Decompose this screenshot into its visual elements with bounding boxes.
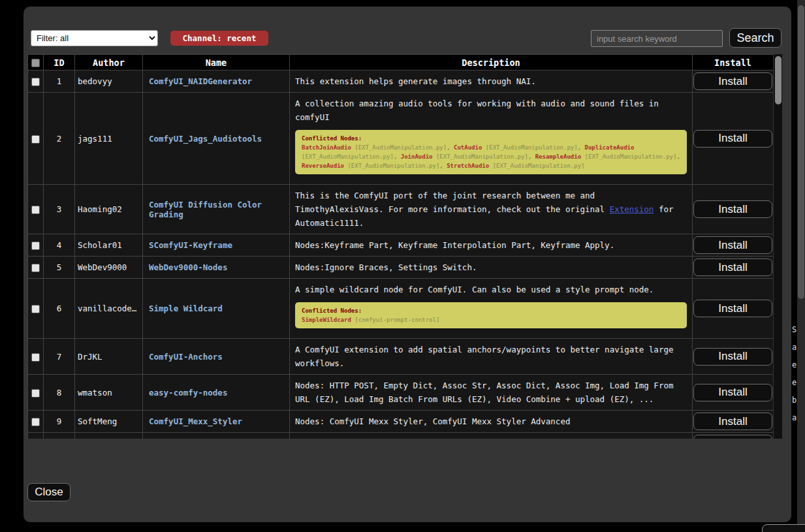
row-id: 6 <box>44 279 75 339</box>
row-checkbox[interactable] <box>31 264 40 272</box>
row-id: 2 <box>44 93 75 185</box>
conflict-node-pack: [EXT_AudioManipulation.py] <box>585 153 677 160</box>
table-row: 9SoftMengComfyUI_Mexx_StylerNodes: Comfy… <box>28 411 774 433</box>
conflict-node-pack: [EXT_AudioManipulation.py] <box>347 163 439 169</box>
conflict-node-name: CutAudio <box>454 144 482 151</box>
table-row: 5WebDev9000WebDev9000-NodesNodes:Ignore … <box>28 257 774 279</box>
extension-name-link[interactable]: ComfyUI Diffusion Color Grading <box>149 200 262 219</box>
conflict-title: Conflicted Nodes: <box>302 307 362 314</box>
background-partial-button <box>762 524 805 532</box>
row-author: DrJKL <box>75 339 143 375</box>
conflicted-nodes-warning: Conflicted Nodes:BatchJoinAudio [EXT_Aud… <box>295 130 687 174</box>
extension-name-link[interactable]: ComfyUI_NAIDGenerator <box>149 76 252 86</box>
install-button[interactable]: Install <box>693 435 772 439</box>
install-button[interactable]: Install <box>693 384 772 401</box>
table-header-row: ID Author Name Description Install <box>28 55 774 70</box>
clipped-glyph: S <box>792 325 798 343</box>
row-author: bedovyy <box>75 70 143 93</box>
table-row: 3Haoming02ComfyUI Diffusion Color Gradin… <box>28 185 774 234</box>
row-checkbox[interactable] <box>31 242 40 250</box>
row-description: Nodes: Yolov8Detection, Yolov8Segmentati… <box>290 433 693 439</box>
background-clipped-text: S a e e b a <box>792 325 798 431</box>
row-id: 8 <box>44 375 75 411</box>
row-author: WebDev9000 <box>75 257 143 279</box>
install-button[interactable]: Install <box>693 72 772 90</box>
clipped-glyph: a <box>792 413 798 431</box>
conflict-node-name: SimpleWildcard <box>302 317 351 323</box>
row-description: Nodes:Keyframe Part, Keyframe Interpolat… <box>290 234 693 257</box>
row-id: 1 <box>44 70 75 93</box>
row-id: 9 <box>44 411 75 433</box>
row-checkbox[interactable] <box>31 78 40 86</box>
install-button[interactable]: Install <box>693 130 772 148</box>
table-scrollbar[interactable] <box>773 54 782 439</box>
install-button[interactable]: Install <box>693 413 772 430</box>
extension-name-link[interactable]: SComfyUI-Keyframe <box>149 240 232 250</box>
filter-select[interactable]: Filter: all <box>31 30 158 46</box>
header-install: Install <box>693 55 774 70</box>
table-row: 2jags111ComfyUI_Jags_AudiotoolsA collect… <box>28 93 774 185</box>
row-id: 10 <box>44 433 75 439</box>
clipped-glyph: a <box>792 343 798 360</box>
conflict-node-name: DuplicateAudio <box>585 144 635 151</box>
install-button[interactable]: Install <box>693 348 772 366</box>
row-author: SoftMeng <box>75 411 143 433</box>
row-checkbox[interactable] <box>31 389 40 398</box>
conflict-node-name: ResampleAudio <box>535 153 581 160</box>
extension-name-link[interactable]: ComfyUI_Jags_Audiotools <box>149 134 262 144</box>
row-id: 3 <box>44 185 75 234</box>
search-input[interactable] <box>591 30 723 47</box>
row-checkbox[interactable] <box>31 353 40 362</box>
select-all-checkbox[interactable] <box>31 59 40 67</box>
row-description: Nodes: ComfyUI Mexx Styler, ComfyUI Mexx… <box>290 411 693 433</box>
close-button[interactable]: Close <box>27 483 71 501</box>
extension-name-link[interactable]: Simple Wildcard <box>149 304 223 313</box>
row-author: Haoming02 <box>75 185 143 234</box>
page-scrollbar[interactable] <box>797 0 805 532</box>
table-row: 4Scholar01SComfyUI-KeyframeNodes:Keyfram… <box>28 234 774 257</box>
header-description: Description <box>290 55 693 70</box>
row-author: zcfrank1st <box>75 433 143 439</box>
install-button[interactable]: Install <box>693 300 772 317</box>
extension-name-link[interactable]: ComfyUI-Anchors <box>149 352 223 362</box>
row-author: vanillacode314 <box>75 279 143 339</box>
row-checkbox[interactable] <box>31 135 40 144</box>
search-button[interactable]: Search <box>729 28 781 48</box>
row-description: This extension helps generate images thr… <box>290 70 693 93</box>
extension-name-link[interactable]: easy-comfy-nodes <box>149 388 227 398</box>
table-row: 6vanillacode314Simple WildcardA simple w… <box>28 279 774 339</box>
extensions-table: ID Author Name Description Install 1bedo… <box>27 54 782 439</box>
conflict-title: Conflicted Nodes: <box>302 135 362 142</box>
conflict-node-pack: [EXT_AudioManipulation.py] <box>436 153 528 160</box>
row-id: 4 <box>44 234 75 257</box>
page-scrollbar-thumb[interactable] <box>798 5 804 299</box>
row-author: wmatson <box>75 375 143 411</box>
install-button[interactable]: Install <box>693 236 772 254</box>
table-row: 10zcfrank1stComfyUI Yolov8Nodes: Yolov8D… <box>28 433 774 439</box>
row-checkbox[interactable] <box>31 305 40 313</box>
description-link[interactable]: Extension <box>610 204 654 214</box>
extension-name-link[interactable]: ComfyUI_Mexx_Styler <box>149 416 242 426</box>
header-author: Author <box>75 55 143 70</box>
row-checkbox[interactable] <box>31 206 40 214</box>
header-id: ID <box>44 55 75 70</box>
extension-name-link[interactable]: WebDev9000-Nodes <box>149 262 227 272</box>
table-scrollbar-thumb[interactable] <box>775 56 781 104</box>
conflict-node-name: StretchAudio <box>447 163 489 169</box>
conflict-node-pack: [EXT_AudioManipulation.py] <box>302 153 394 160</box>
row-description: A collection amazing audio tools for wor… <box>290 93 693 185</box>
install-button[interactable]: Install <box>693 258 772 276</box>
conflict-node-pack: [comfyui-prompt-control] <box>355 317 439 323</box>
row-description: Nodes: HTTP POST, Empty Dict, Assoc Str,… <box>290 375 693 411</box>
row-id: 7 <box>44 339 75 375</box>
row-description: This is the ComfyUI port of the joint re… <box>290 185 693 234</box>
install-button[interactable]: Install <box>693 200 772 218</box>
row-author: jags111 <box>75 93 143 185</box>
table-row: 8wmatsoneasy-comfy-nodesNodes: HTTP POST… <box>28 375 774 411</box>
clipped-glyph: e <box>792 360 798 378</box>
row-id: 5 <box>44 257 75 279</box>
conflict-node-pack: [EXT_AudioManipulation.py] <box>493 163 585 169</box>
row-checkbox[interactable] <box>31 418 40 426</box>
row-description: A simple wildcard node for ComfyUI. Can … <box>290 279 693 339</box>
row-author: Scholar01 <box>75 234 143 257</box>
